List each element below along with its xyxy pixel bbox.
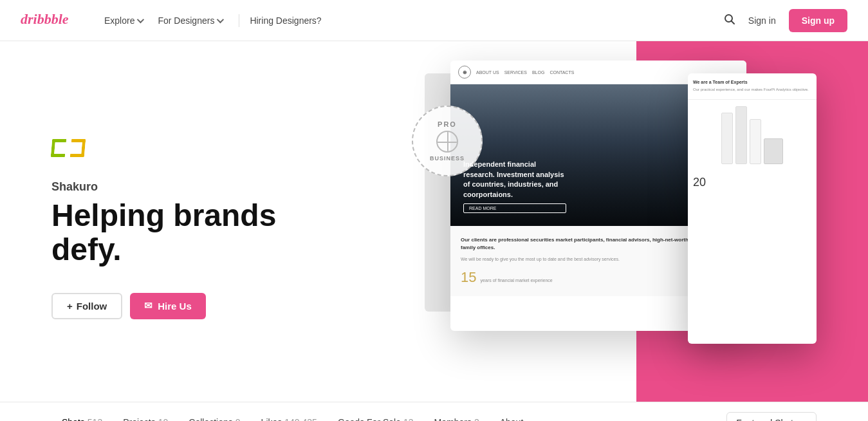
screen-right-top: We are a Team of Experts Our practical e… [688,73,817,100]
book-figure [764,138,783,164]
hero-left: Shakuro Helping brands defy. + Follow ✉ … [0,41,373,402]
nav-divider [239,14,239,27]
plus-icon: + [67,301,73,312]
bottom-nav-right: Featured Shots [726,412,817,422]
main-nav: dribbble Explore For Designers Hiring De… [0,0,868,41]
hero-tagline: Helping brands defy. [51,199,335,267]
for-designers-nav-link[interactable]: For Designers [151,12,228,30]
featured-shots-dropdown[interactable]: Featured Shots [726,412,817,422]
screen-right-stat: 20 [688,171,817,194]
nav-item-shots[interactable]: Shots513 [51,402,113,422]
hero-right: PRO BUSINESS ⊕ ABOUT US SERVICES BLOG CO… [373,41,868,402]
shakuro-logo [51,136,335,162]
book-2 [735,106,747,164]
sign-up-button[interactable]: Sign up [789,9,847,32]
pro-badge-bottom-text: BUSINESS [430,155,465,162]
explore-nav-link[interactable]: Explore [98,12,149,30]
hero-actions: + Follow ✉ Hire Us [51,293,335,319]
screen-books [688,100,817,171]
pro-badge: PRO BUSINESS [412,106,483,176]
hero-section: Shakuro Helping brands defy. + Follow ✉ … [0,41,868,402]
profile-bottom-nav: Shots513 Projects10 Collections0 Likes14… [0,402,868,421]
nav-item-projects[interactable]: Projects10 [113,402,178,422]
chevron-left-icon [51,139,66,157]
screenshot-right: We are a Team of Experts Our practical e… [688,73,817,344]
explore-chevron-icon [137,15,144,23]
screen-nav-blog: BLOG [532,70,544,75]
screen-nav-services: SERVICES [504,70,527,75]
profile-nav-items: Shots513 Projects10 Collections0 Likes14… [51,402,533,422]
for-designers-chevron-icon [217,15,224,23]
nav-item-members[interactable]: Members2 [424,402,490,422]
follow-button[interactable]: + Follow [51,293,122,319]
chevron-right-icon [70,139,86,157]
dribbble-logo[interactable]: dribbble [21,10,80,32]
nav-right: Sign in Sign up [724,9,847,32]
pro-badge-top-text: PRO [438,120,457,128]
svg-line-2 [731,21,734,24]
svg-text:dribbble: dribbble [21,11,69,27]
profile-username: Shakuro [51,180,335,194]
book-1 [721,113,733,164]
screen-nav-links: ABOUT US SERVICES BLOG CONTACTS [476,70,574,75]
screen-nav-about: ABOUT US [476,70,499,75]
screen-hero-button: READ MORE [463,203,566,213]
nav-links: Explore For Designers Hiring Designers? [98,12,322,30]
envelope-icon: ✉ [144,300,152,312]
dribbble-ball-icon [436,131,458,153]
logo-icon [51,136,85,162]
featured-chevron-icon [802,418,809,421]
screen-right-body: Our practical experience, and our makes … [693,87,811,93]
book-3 [750,119,761,164]
screen-logo-icon: ⊕ [458,66,471,79]
nav-item-collections[interactable]: Collections0 [178,402,250,422]
sign-in-link[interactable]: Sign in [748,15,776,26]
hire-button[interactable]: ✉ Hire Us [130,293,206,319]
search-icon[interactable] [724,14,735,28]
screen-stat-label: years of financial market experience [481,278,553,283]
nav-item-likes[interactable]: Likes140,435 [251,402,328,422]
hiring-designers-link[interactable]: Hiring Designers? [250,15,321,26]
nav-item-about[interactable]: About [490,402,534,422]
screen-right-title: We are a Team of Experts [693,80,811,84]
pro-badge-circle: PRO BUSINESS [412,106,483,176]
nav-item-goods[interactable]: Goods For Sale13 [328,402,424,422]
screen-nav-contacts: CONTACTS [549,70,574,75]
